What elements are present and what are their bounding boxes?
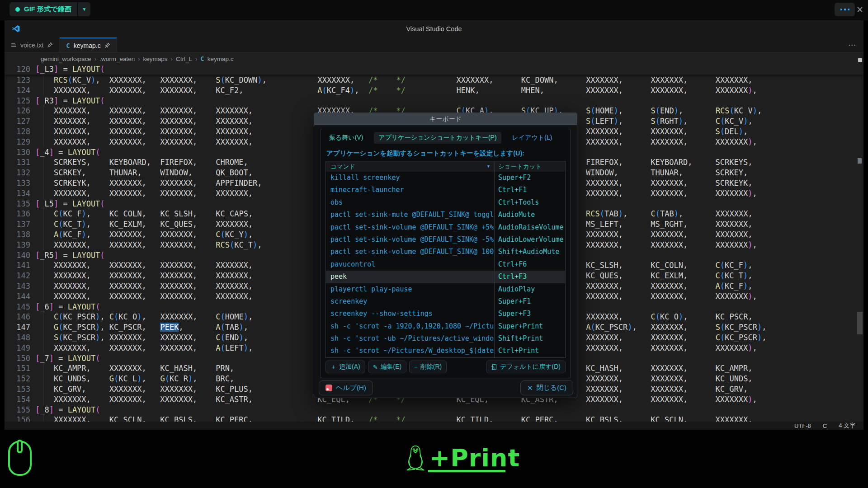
command-cell: pactl set-sink-volume @DEFAULT_SINK@ 100… (326, 246, 494, 258)
table-body: killall screenkeySuper+F2minecraft-launc… (326, 172, 565, 357)
breadcrumb-item[interactable]: Ctrl_L (176, 56, 192, 62)
tab-app-shortcuts[interactable]: アプリケーションショートカットキー(P) (374, 132, 501, 144)
shortcut-row[interactable]: obsCtrl+Tools (326, 197, 565, 209)
tab-voice-txt[interactable]: voice.txt (5, 38, 60, 52)
tab-label: keymap.c (74, 42, 101, 49)
command-cell: pactl set-sink-volume @DEFAULT_SINK@ -5% (326, 234, 494, 246)
shortcut-row[interactable]: killall screenkeySuper+F2 (326, 172, 565, 184)
status-language[interactable]: C (823, 422, 827, 429)
dialog-description: アプリケーションを起動するショートカットキーを設定します(U): (326, 149, 524, 158)
chevron-right-icon: › (171, 56, 173, 62)
breadcrumb-item[interactable]: .worm_eaten (99, 56, 135, 62)
shortcut-row[interactable]: playerctl play-pauseAudioPlay (326, 283, 565, 296)
shortcut-cell: Super+F2 (494, 172, 565, 184)
record-dropdown-caret[interactable]: ▼ (77, 2, 91, 16)
tab-behavior[interactable]: 振る舞い(V) (325, 132, 368, 144)
code-line: 120[_L3] = LAYOUT( (5, 64, 863, 75)
shortcut-row[interactable]: pactl set-sink-volume @DEFAULT_SINK@ +5%… (326, 221, 565, 234)
overview-cursor-mark (858, 58, 862, 62)
tab-label: voice.txt (20, 42, 43, 49)
column-command[interactable]: コマンド (330, 161, 355, 172)
shortcut-row[interactable]: sh -c 'scrot -ub ~/Pictures/active_windo… (326, 333, 565, 345)
shortcut-cell: Super+F1 (494, 296, 565, 308)
command-cell: minecraft-launcher (326, 184, 494, 196)
help-button[interactable]: ヘルプ(H) (319, 380, 373, 395)
overview-selection-mark (858, 158, 862, 164)
command-cell: killall screenkey (326, 172, 494, 184)
column-shortcut[interactable]: ショートカット (494, 161, 565, 172)
shortcut-row[interactable]: minecraft-launcherCtrl+F1 (326, 184, 565, 196)
command-cell: pavucontrol (326, 258, 494, 271)
shortcut-cell: AudioRaiseVolume (494, 221, 565, 234)
tab-keymap-c[interactable]: C keymap.c (60, 38, 117, 52)
pin-icon[interactable] (47, 42, 53, 48)
reset-defaults-button[interactable]: デフォルトに戻す(D) (486, 361, 566, 373)
breadcrumb-item[interactable]: keymap.c (208, 56, 234, 62)
chevron-right-icon: › (94, 56, 96, 62)
recorder-bar: GIF 形式で録画 ▼ ✕ (0, 0, 868, 20)
shortcut-table: コマンド ▼ ショートカット killall screenkeySuper+F2… (326, 161, 566, 358)
sticky-scroll-line[interactable]: 120[_L3] = LAYOUT( (5, 64, 863, 75)
shortcut-cell: Ctrl+F3 (494, 271, 565, 283)
code-line: 156 XXXXXXX, KC_SCLN, KC_BSLS, KC_PERC, … (5, 415, 863, 422)
reset-document-icon (491, 364, 497, 370)
table-actions: ＋ 追加(A) ✎ 編集(E) − 削除(R) デフォルトに戻す(D) (326, 361, 566, 373)
shortcut-row[interactable]: pactl set-sink-volume @DEFAULT_SINK@ -5%… (326, 234, 565, 246)
c-file-icon: C (66, 42, 70, 49)
editor-scrollbar-thumb[interactable] (857, 312, 863, 334)
edit-button[interactable]: ✎ 編集(E) (368, 361, 407, 373)
shortcut-cell: AudioLowerVolume (494, 234, 565, 246)
shortcut-row[interactable]: sh -c 'scrot ~/Pictures/W_desktop_$(date… (326, 345, 565, 357)
pencil-icon: ✎ (373, 364, 378, 371)
minus-icon: − (414, 364, 418, 371)
mouse-wheel-icon (17, 440, 23, 453)
chevron-right-icon: › (138, 56, 140, 62)
tab-strip: voice.txt C keymap.c ⋯ (5, 38, 863, 53)
shortcut-row[interactable]: peekCtrl+F3 (326, 271, 565, 283)
status-selection-count[interactable]: 4 文字 (839, 422, 855, 430)
command-cell: obs (326, 197, 494, 209)
shortcut-row[interactable]: screenkeySuper+F1 (326, 296, 565, 308)
sort-caret-icon[interactable]: ▼ (486, 161, 491, 172)
shortcut-row[interactable]: sh -c 'scrot -a 1920,0,1920,1080 ~/Pictu… (326, 320, 565, 333)
shortcut-row[interactable]: screenkey --show-settingsSuper+F3 (326, 308, 565, 320)
close-button[interactable]: ✕ 閉じる(C) (520, 380, 573, 395)
record-dot-icon (15, 7, 20, 12)
shortcut-cell: AudioMute (494, 209, 565, 221)
shortcut-row[interactable]: pactl set-sink-volume @DEFAULT_SINK@ 100… (326, 246, 565, 258)
record-gif-label: GIF 形式で録画 (24, 5, 71, 14)
shortcut-cell: Shift+AudioMute (494, 246, 565, 258)
screenkey-text: +Print (429, 444, 520, 472)
shortcut-cell: Ctrl+F1 (494, 184, 565, 196)
txt-file-icon (11, 42, 17, 48)
remove-button[interactable]: − 削除(R) (409, 361, 447, 373)
c-file-icon: C (200, 55, 204, 62)
breadcrumb-item[interactable]: keymaps (143, 56, 168, 62)
screenkey-overlay: +Print (401, 444, 520, 472)
window-title: Visual Studio Code (5, 20, 863, 38)
pin-icon[interactable] (104, 42, 110, 48)
recorder-close-icon[interactable]: ✕ (856, 5, 863, 15)
record-gif-button[interactable]: GIF 形式で録画 ▼ (9, 2, 90, 16)
breadcrumb-item[interactable]: gemini_workspace (41, 56, 91, 62)
shortcut-row[interactable]: pactl set-sink-mute @DEFAULT_SINK@ toggl… (326, 209, 565, 221)
command-cell: sh -c 'scrot -ub ~/Pictures/active_windo… (326, 333, 494, 345)
screenkey-underline (428, 470, 505, 472)
command-cell: screenkey --show-settings (326, 308, 494, 320)
tab-layout[interactable]: レイアウト(L) (508, 132, 557, 144)
status-bar: UTF-8 C 4 文字 (5, 422, 863, 430)
status-encoding[interactable]: UTF-8 (794, 422, 811, 429)
dialog-panel: 振る舞い(V) アプリケーションショートカットキー(P) レイアウト(L) アプ… (321, 129, 571, 378)
command-cell: sh -c 'scrot -a 1920,0,1920,1080 ~/Pictu… (326, 320, 494, 333)
shortcut-row[interactable]: pavucontrolCtrl+F6 (326, 258, 565, 271)
command-cell: sh -c 'scrot ~/Pictures/W_desktop_$(date… (326, 345, 494, 357)
dialog-title[interactable]: キーボード (314, 113, 577, 125)
keyboard-dialog: キーボード 振る舞い(V) アプリケーションショートカットキー(P) レイアウト… (314, 113, 577, 398)
shortcut-cell: Shift+Print (494, 333, 565, 345)
shortcut-cell: Super+Print (494, 320, 565, 333)
help-icon (326, 385, 332, 391)
tab-overflow-menu[interactable]: ⋯ (848, 40, 856, 50)
recorder-menu-button[interactable] (835, 3, 855, 16)
add-button[interactable]: ＋ 追加(A) (326, 361, 365, 373)
code-line: 124 XXXXXXX, XXXXXXX, XXXXXXX, KC_F2, A(… (5, 85, 863, 96)
